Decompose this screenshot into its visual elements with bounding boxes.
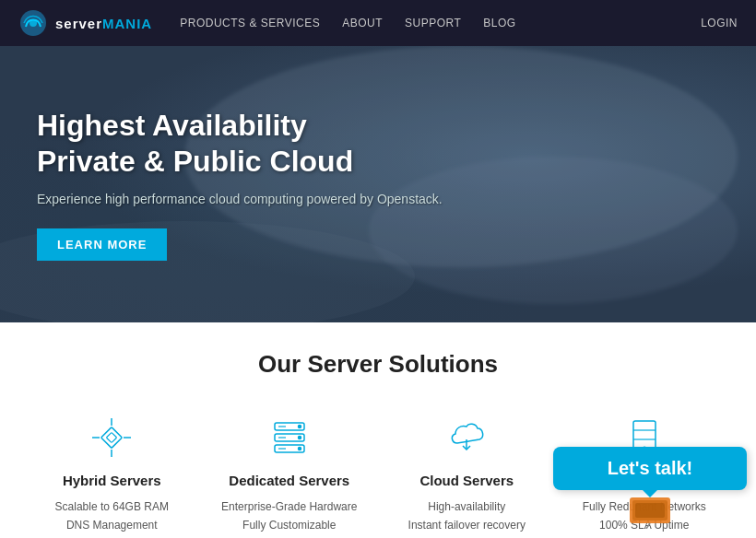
card-hybrid: Hybrid Servers Scalable to 64GB RAM DNS … [28,404,196,538]
cloud-features: High-availability Instant failover recov… [392,497,542,538]
logo-icon [18,8,48,38]
logo-text-server: server [55,16,102,31]
dedicated-features: Enterprise-Grade Hardware Fully Customiz… [215,497,365,538]
nav-products[interactable]: PRODUCTS & SERVICES [180,17,320,29]
cloud-servers-icon [443,414,490,462]
chat-icon-stack [553,496,747,535]
nav-support[interactable]: SUPPORT [405,17,461,29]
svg-rect-24 [635,503,665,518]
svg-point-1 [30,19,37,27]
dedicated-servers-icon [266,414,313,462]
hybrid-features: Scalable to 64GB RAM DNS Management Inst… [37,497,187,538]
navbar: serverMANIA PRODUCTS & SERVICES ABOUT SU… [0,0,756,46]
nav-blog[interactable]: BLOG [483,17,515,29]
svg-rect-3 [107,432,117,442]
svg-rect-2 [101,427,123,449]
svg-point-11 [298,426,301,428]
hybrid-servers-icon [88,414,136,462]
card-cloud: Cloud Servers High-availability Instant … [383,404,551,538]
hero-section: Highest Availability Private & Public Cl… [0,46,756,322]
login-link[interactable]: LOGIN [701,17,738,29]
svg-point-13 [298,448,301,450]
chat-bubble[interactable]: Let's talk! [553,447,747,490]
hero-title: Highest Availability Private & Public Cl… [37,108,443,179]
nav-about[interactable]: ABOUT [342,17,383,29]
learn-more-button[interactable]: LEARN MORE [37,228,167,261]
hybrid-name: Hybrid Servers [37,473,187,488]
svg-line-25 [646,523,650,529]
svg-point-12 [298,437,301,439]
hero-subtitle: Experience high performance cloud comput… [37,192,443,206]
card-dedicated: Dedicated Servers Enterprise-Grade Hardw… [206,404,374,538]
chat-widget: Let's talk! Chat now □ Chat now □ [553,447,747,538]
nav-links: PRODUCTS & SERVICES ABOUT SUPPORT BLOG [180,17,701,29]
section-title: Our Server Solutions [18,350,738,379]
hero-content: Highest Availability Private & Public Cl… [37,108,443,261]
cloud-name: Cloud Servers [392,473,542,488]
solutions-section: Our Server Solutions Hybrid Servers Scal… [0,322,756,538]
dedicated-name: Dedicated Servers [215,473,365,488]
logo[interactable]: serverMANIA [18,8,152,38]
logo-text-mania: MANIA [102,16,152,31]
